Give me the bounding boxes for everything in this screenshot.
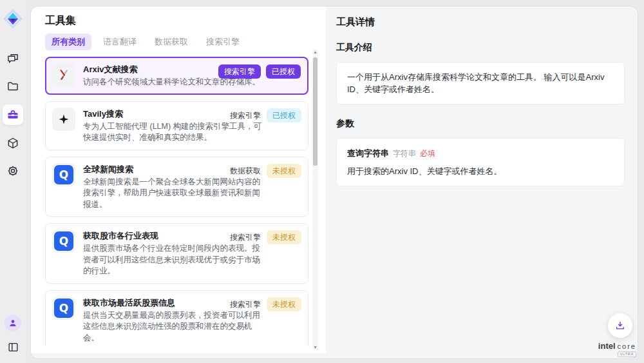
tool-description: 全球新闻搜索是一个聚合全球各大新闻网站内容的搜索引擎，帮助用户快速获取全球最新资… [83,177,263,211]
scrollbar-up-arrow[interactable]: ▲ [312,49,318,55]
tool-list: Arxiv文献搜索 访问各个研究领域大量科学论文和文章的存储库。 搜索引擎 已授… [45,57,308,346]
intro-heading: 工具介绍 [336,42,625,54]
tool-status-badge: 未授权 [267,164,301,178]
gear-icon [6,164,19,177]
tool-card-2[interactable]: Q 全球新闻搜索 全球新闻搜索是一个聚合全球各大新闻网站内容的搜索引擎，帮助用户… [45,157,308,217]
tab-2[interactable]: 数据获取 [148,34,194,50]
sidebar-nav [3,49,23,181]
tool-status-badge: 已授权 [266,64,301,79]
sidebar-item-settings[interactable] [3,161,23,181]
tool-status-badge: 未授权 [267,230,301,244]
tool-category-tag: 搜索引擎 [218,64,261,79]
param-name: 查询字符串 [347,147,389,159]
tool-card-1[interactable]: Tavily搜索 专为人工智能代理 (LLM) 构建的搜索引擎工具，可快速提供实… [45,101,308,150]
download-icon [614,320,626,331]
param-card: 查询字符串 字符串 必填 用于搜索的Arxiv ID、关键字或作者姓名。 [336,138,625,186]
sidebar-item-tools[interactable] [3,104,23,125]
toolbox-icon [6,108,19,121]
tool-category-tag: 搜索引擎 [229,230,261,244]
left-sidebar [0,0,26,363]
tool-card-3[interactable]: Q 获取股市各行业表现 提供股票市场各个行业在特定时间段内的表现。投资者可以利用… [45,223,308,284]
tool-category-tag: 数据获取 [229,164,261,178]
param-header: 查询字符串 字符串 必填 [347,147,614,160]
tool-detail-pane: 工具详情 工具介绍 一个用于从Arxiv存储库搜索科学论文和文章的工具。 输入可… [326,6,638,358]
main-panel: 工具集 所有类别语言翻译数据获取搜索引擎 Arxiv文献搜索 访问各个研究领域大… [31,6,638,358]
intel-core-logo: intel core ultra [598,341,636,357]
download-button[interactable] [608,313,632,338]
category-tabs: 所有类别语言翻译数据获取搜索引擎 [45,34,326,50]
folder-icon [6,80,19,93]
tab-1[interactable]: 语言翻译 [97,34,143,50]
scrollbar-down-arrow[interactable]: ▼ [312,344,318,350]
detail-title: 工具详情 [336,15,625,28]
list-scrollbar[interactable]: ▲ ▼ [312,49,318,350]
scrollbar-thumb[interactable] [313,57,317,166]
param-type: 字符串 [393,148,416,160]
tab-0[interactable]: 所有类别 [45,34,91,50]
q-search-icon: Q [52,163,75,186]
tool-description: 提供当天交易量最高的股票列表，投资者可以利用这些信息来识别流动性强的股票和潜在的… [83,310,263,344]
cube-icon [6,137,19,150]
sidebar-item-files[interactable] [3,77,23,96]
param-description: 用于搜索的Arxiv ID、关键字或作者姓名。 [347,165,614,177]
page-title: 工具集 [45,14,326,27]
arxiv-logo-icon [52,63,75,86]
sidebar-item-models[interactable] [3,133,23,153]
tool-status-badge: 已授权 [267,108,301,123]
intel-wordmark: intel [598,341,616,351]
q-search-icon: Q [52,297,75,320]
intro-card: 一个用于从Arxiv存储库搜索科学论文和文章的工具。 输入可以是Arxiv ID… [336,62,625,104]
tab-3[interactable]: 搜索引擎 [200,34,246,50]
sidebar-bottom [3,315,23,357]
sidebar-item-chat[interactable] [3,49,23,68]
tool-list-pane: 工具集 所有类别语言翻译数据获取搜索引擎 Arxiv文献搜索 访问各个研究领域大… [31,6,326,353]
param-required-badge: 必填 [420,148,435,160]
tool-description: 提供股票市场各个行业在特定时间段内的表现。投资者可以利用这些信息来识别表现优于或… [83,243,263,277]
ultra-badge: ultra [618,351,636,357]
collapse-panel-button[interactable] [3,337,23,357]
tool-category-tag: 搜索引擎 [229,108,261,123]
core-wordmark: core [618,342,636,350]
params-heading: 参数 [336,118,625,130]
chat-icon [6,52,19,65]
sparkle-star-icon [52,108,75,131]
app-logo-icon [2,8,24,30]
tool-card-0[interactable]: Arxiv文献搜索 访问各个研究领域大量科学论文和文章的存储库。 搜索引擎 已授… [45,57,308,95]
panel-toggle-icon [7,341,19,353]
tool-description: 专为人工智能代理 (LLM) 构建的搜索引擎工具，可快速提供实时、准确和真实的结… [83,121,263,144]
tool-category-tag: 搜索引擎 [229,297,261,311]
intro-text: 一个用于从Arxiv存储库搜索科学论文和文章的工具。 输入可以是Arxiv ID… [347,72,604,94]
q-search-icon: Q [52,230,75,253]
tool-card-4[interactable]: Q 获取市场最活跃股票信息 提供当天交易量最高的股票列表，投资者可以利用这些信息… [45,290,308,346]
user-avatar[interactable] [5,315,21,331]
tool-status-badge: 未授权 [267,297,301,311]
